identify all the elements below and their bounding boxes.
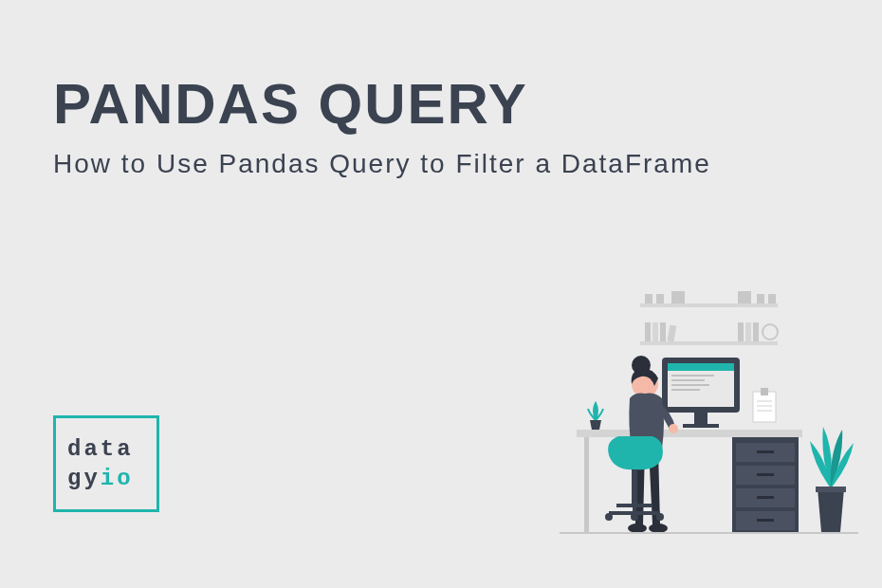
book — [667, 325, 676, 342]
chair-pole — [632, 469, 637, 505]
shelf-item — [768, 294, 776, 303]
notepad — [753, 392, 776, 422]
chair-wheel — [631, 513, 638, 521]
book — [745, 322, 751, 341]
shelf-item — [738, 291, 751, 303]
desk-leg-left — [584, 437, 589, 532]
shelf-item — [671, 291, 685, 303]
shelf-item — [645, 294, 652, 303]
drawer-handle — [757, 519, 774, 522]
drawer-handle — [757, 473, 774, 476]
monitor-titlebar — [668, 363, 734, 371]
page-subtitle: How to Use Pandas Query to Filter a Data… — [53, 144, 711, 184]
chair-wheel — [605, 513, 613, 521]
plant-pot-rim — [816, 487, 846, 492]
monitor-stand — [694, 413, 707, 424]
chair-seat — [608, 436, 663, 469]
page-title: PANDAS QUERY — [53, 71, 528, 137]
chair-wheel — [656, 513, 664, 521]
plant-pot — [818, 488, 844, 532]
book — [645, 322, 651, 341]
hand — [669, 424, 678, 433]
book — [660, 322, 666, 341]
book — [652, 322, 658, 341]
desk-top — [577, 430, 802, 437]
drawer-handle — [757, 496, 774, 499]
logo-text-data: data — [67, 436, 134, 462]
pot-small — [590, 420, 601, 430]
screen-line — [671, 379, 705, 381]
shelf-bottom — [640, 341, 778, 345]
clock-icon — [763, 324, 778, 340]
screen-line — [671, 389, 700, 391]
shelf-top — [640, 303, 778, 307]
book — [753, 322, 759, 341]
screen-line — [671, 384, 709, 386]
monitor-base — [683, 424, 719, 428]
datagy-logo: data gyio — [53, 415, 159, 512]
screen-line — [671, 375, 714, 377]
shoe — [628, 524, 647, 533]
book — [738, 322, 744, 341]
notepad-clip — [761, 388, 768, 395]
desk-illustration — [550, 289, 863, 545]
shelf-item — [656, 294, 664, 303]
logo-text-io: io — [101, 466, 134, 491]
shelf-item — [757, 294, 764, 303]
plant-small — [588, 403, 603, 420]
drawer-handle — [757, 450, 774, 453]
logo-text-gy: gy — [67, 466, 101, 491]
shoe — [649, 524, 668, 533]
